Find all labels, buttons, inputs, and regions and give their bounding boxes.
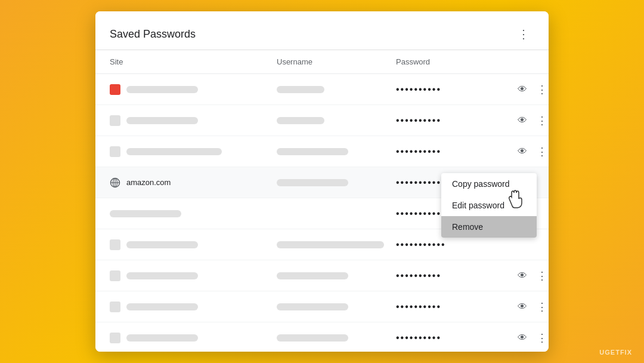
username-blurred bbox=[277, 303, 348, 310]
table-row-amazon: amazon.com •••••••••• Copy password Edit… bbox=[95, 167, 549, 198]
username-blurred bbox=[277, 148, 348, 155]
username-cell bbox=[277, 241, 396, 248]
site-name-blurred bbox=[126, 241, 198, 248]
password-dots: ••••••••••• bbox=[396, 239, 515, 250]
watermark: UGETFIX bbox=[599, 349, 632, 356]
header-site: Site bbox=[110, 57, 277, 66]
copy-password-item[interactable]: Copy password bbox=[441, 173, 537, 195]
username-cell bbox=[277, 334, 396, 342]
table-row: •••••••••• 👁 ⋮ bbox=[95, 105, 549, 136]
site-cell bbox=[110, 210, 277, 217]
row-more-icon[interactable]: ⋮ bbox=[534, 267, 549, 285]
site-cell bbox=[110, 146, 277, 157]
site-cell bbox=[110, 270, 277, 281]
amazon-site-name: amazon.com bbox=[126, 178, 171, 187]
username-cell bbox=[277, 303, 396, 310]
site-favicon bbox=[110, 84, 120, 95]
row-more-icon[interactable]: ⋮ bbox=[534, 143, 549, 161]
username-blurred bbox=[277, 86, 324, 93]
table-row: •••••••••• 👁 ⋮ bbox=[95, 260, 549, 291]
password-dots: •••••••••• bbox=[396, 146, 515, 157]
table-row: •••••••••• 👁 ⋮ bbox=[95, 322, 549, 352]
site-name-blurred bbox=[126, 272, 198, 279]
site-name-blurred bbox=[126, 334, 198, 342]
row-more-icon[interactable]: ⋮ bbox=[534, 112, 549, 130]
site-cell: amazon.com bbox=[110, 177, 277, 188]
site-name-blurred bbox=[126, 148, 222, 155]
site-favicon bbox=[110, 333, 120, 343]
table-row: •••••••••• 👁 ⋮ bbox=[95, 74, 549, 105]
password-dots: •••••••••• bbox=[396, 115, 515, 126]
username-cell bbox=[277, 179, 396, 186]
username-blurred bbox=[277, 241, 384, 248]
row-more-icon[interactable]: ⋮ bbox=[534, 298, 549, 316]
username-blurred bbox=[277, 117, 324, 124]
username-blurred bbox=[277, 272, 348, 279]
show-password-icon[interactable]: 👁 bbox=[515, 144, 530, 159]
show-password-icon[interactable]: 👁 bbox=[515, 299, 530, 315]
panel-header: Saved Passwords ⋮ bbox=[95, 11, 549, 50]
row-more-icon[interactable]: ⋮ bbox=[534, 329, 549, 347]
username-cell bbox=[277, 148, 396, 155]
username-cell bbox=[277, 86, 396, 93]
show-password-icon[interactable]: 👁 bbox=[515, 268, 530, 284]
password-dots: •••••••••• bbox=[396, 302, 515, 312]
row-actions: 👁 ⋮ bbox=[515, 267, 549, 285]
row-actions: 👁 ⋮ bbox=[515, 298, 549, 316]
show-password-icon[interactable]: 👁 bbox=[515, 330, 530, 346]
globe-icon bbox=[110, 177, 120, 188]
site-favicon bbox=[110, 239, 120, 250]
header-password: Password bbox=[396, 57, 515, 66]
row-actions: 👁 ⋮ bbox=[515, 329, 549, 347]
row-actions: 👁 ⋮ bbox=[515, 143, 549, 161]
edit-password-item[interactable]: Edit password bbox=[441, 195, 537, 216]
site-name-blurred bbox=[110, 210, 181, 217]
table-header: Site Username Password bbox=[95, 50, 549, 74]
header-username: Username bbox=[277, 57, 396, 66]
row-actions: 👁 ⋮ bbox=[515, 81, 549, 99]
row-more-icon[interactable]: ⋮ bbox=[534, 81, 549, 99]
password-dots: •••••••••• bbox=[396, 270, 515, 281]
site-favicon bbox=[110, 115, 120, 126]
browser-panel: Saved Passwords ⋮ Site Username Password… bbox=[95, 11, 549, 352]
page-title: Saved Passwords bbox=[110, 28, 196, 41]
table-row: •••••••••• 👁 ⋮ bbox=[95, 291, 549, 322]
password-dots: •••••••••• bbox=[396, 333, 515, 343]
show-password-icon[interactable]: 👁 bbox=[515, 82, 530, 97]
panel-more-icon[interactable]: ⋮ bbox=[513, 24, 534, 44]
panel-content: Site Username Password •••••••••• 👁 ⋮ bbox=[95, 50, 549, 352]
site-cell bbox=[110, 302, 277, 312]
context-menu: Copy password Edit password Remove bbox=[441, 173, 537, 238]
table-row: •••••••••• 👁 ⋮ bbox=[95, 136, 549, 167]
site-name-blurred bbox=[126, 117, 198, 124]
site-cell bbox=[110, 84, 277, 95]
username-blurred bbox=[277, 179, 348, 186]
site-favicon bbox=[110, 146, 120, 157]
username-blurred bbox=[277, 334, 348, 342]
row-actions: 👁 ⋮ bbox=[515, 112, 549, 130]
username-cell bbox=[277, 117, 396, 124]
site-favicon bbox=[110, 302, 120, 312]
site-cell bbox=[110, 239, 277, 250]
site-name-blurred bbox=[126, 303, 198, 310]
show-password-icon[interactable]: 👁 bbox=[515, 113, 530, 128]
header-actions bbox=[515, 57, 534, 66]
remove-item[interactable]: Remove bbox=[441, 216, 537, 238]
site-cell bbox=[110, 333, 277, 343]
site-cell bbox=[110, 115, 277, 126]
username-cell bbox=[277, 272, 396, 279]
site-favicon bbox=[110, 270, 120, 281]
password-dots: •••••••••• bbox=[396, 84, 515, 95]
site-name-blurred bbox=[126, 86, 198, 93]
